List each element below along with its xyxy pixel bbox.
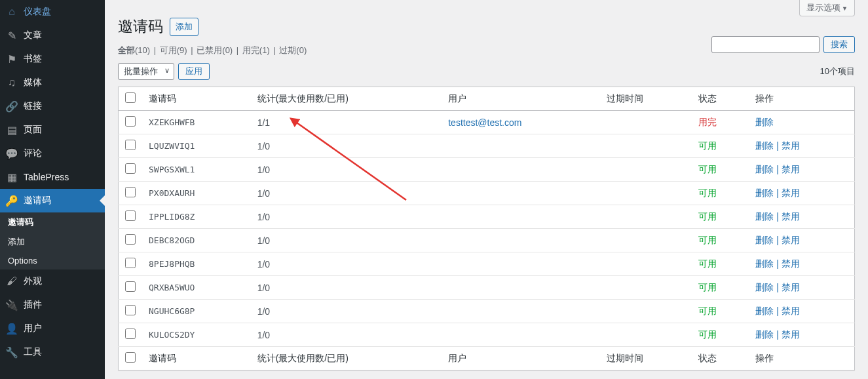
cell-code: NGUHC6G8P (142, 300, 251, 323)
cell-expire (600, 182, 691, 205)
action-delete[interactable]: 删除 (755, 258, 774, 269)
sidebar-item-label: 邀请码 (24, 195, 51, 207)
col-stats: 统计(最大使用数/已用) (251, 87, 442, 111)
cell-code: XZEKGHWFB (142, 111, 251, 134)
action-disable[interactable]: 禁用 (782, 188, 800, 198)
row-checkbox[interactable] (125, 281, 136, 292)
post-icon: ✎ (5, 29, 18, 42)
sidebar-item-label: 链接 (24, 100, 42, 112)
cell-expire (600, 276, 691, 300)
row-checkbox[interactable] (125, 305, 136, 315)
invite-codes-table: 邀请码 统计(最大使用数/已用) 用户 过期时间 状态 操作 XZEKGHWFB… (118, 87, 855, 370)
sidebar-item-tool[interactable]: 🔧工具 (0, 340, 105, 364)
cell-actions: 删除 | 禁用 (749, 134, 854, 158)
cell-code: LQUZWVIQ1 (142, 134, 251, 158)
row-checkbox[interactable] (125, 187, 136, 197)
action-delete[interactable]: 删除 (755, 140, 774, 151)
filter-expired[interactable]: 过期(0) (279, 45, 307, 55)
sidebar-item-bookmark[interactable]: ⚑书签 (0, 47, 105, 71)
sidebar-subitem[interactable]: 邀请码 (0, 212, 105, 232)
col-code[interactable]: 邀请码 (142, 87, 251, 111)
action-disable[interactable]: 禁用 (782, 258, 800, 269)
action-delete[interactable]: 删除 (755, 164, 774, 174)
sidebar-subitem[interactable]: Options (0, 252, 105, 269)
sidebar-item-media[interactable]: ♫媒体 (0, 71, 105, 94)
action-disable[interactable]: 禁用 (782, 164, 800, 174)
screen-options-toggle[interactable]: 显示选项 (799, 0, 855, 16)
cell-stats: 1/0 (251, 300, 442, 323)
row-checkbox[interactable] (125, 116, 136, 127)
col-status: 状态 (692, 87, 749, 111)
action-disable[interactable]: 禁用 (782, 306, 800, 316)
add-button[interactable]: 添加 (170, 18, 198, 36)
cell-status: 可用 (692, 205, 749, 229)
search-button[interactable]: 搜索 (823, 36, 855, 53)
page-icon: ▤ (5, 123, 18, 136)
cell-expire (600, 300, 691, 323)
action-disable[interactable]: 禁用 (782, 211, 800, 222)
table-row: IPPLIDG8Z 1/0 可用 删除 | 禁用 (119, 205, 855, 229)
action-disable[interactable]: 禁用 (782, 329, 800, 340)
sidebar-subitem[interactable]: 添加 (0, 232, 105, 252)
action-delete[interactable]: 删除 (755, 306, 774, 316)
search-input[interactable] (711, 36, 820, 53)
sidebar-item-post[interactable]: ✎文章 (0, 24, 105, 47)
apply-button[interactable]: 应用 (178, 63, 210, 80)
tool-icon: 🔧 (5, 346, 18, 359)
cell-expire (600, 111, 691, 134)
select-all-checkbox[interactable] (125, 92, 136, 103)
sidebar-item-key[interactable]: 🔑邀请码 (0, 189, 105, 212)
sidebar-item-link[interactable]: 🔗链接 (0, 94, 105, 118)
item-count: 10个项目 (820, 66, 855, 77)
cell-user (442, 276, 600, 300)
cell-status: 可用 (692, 182, 749, 205)
filter-all[interactable]: 全部 (118, 45, 135, 55)
sidebar-item-user[interactable]: 👤用户 (0, 317, 105, 340)
user-link[interactable]: testtest@test.com (448, 117, 521, 128)
table-row: QRXBA5WUO 1/0 可用 删除 | 禁用 (119, 276, 855, 300)
action-delete[interactable]: 删除 (755, 282, 774, 292)
cell-status: 可用 (692, 300, 749, 323)
row-checkbox[interactable] (125, 234, 136, 245)
cell-user (442, 229, 600, 252)
user-icon: 👤 (5, 322, 18, 335)
table-icon: ▦ (5, 170, 18, 184)
cell-actions: 删除 | 禁用 (749, 252, 854, 276)
bookmark-icon: ⚑ (5, 52, 18, 66)
select-all-checkbox-bottom[interactable] (125, 352, 136, 363)
filter-used[interactable]: 用完(1) (242, 45, 270, 55)
sidebar-item-appearance[interactable]: 🖌外观 (0, 269, 105, 293)
filter-disabled[interactable]: 已禁用(0) (197, 45, 233, 55)
table-row: NGUHC6G8P 1/0 可用 删除 | 禁用 (119, 300, 855, 323)
table-row: DEBC82OGD 1/0 可用 删除 | 禁用 (119, 229, 855, 252)
row-checkbox[interactable] (125, 210, 136, 221)
cell-stats: 1/0 (251, 205, 442, 229)
row-checkbox[interactable] (125, 140, 136, 150)
cell-actions: 删除 | 禁用 (749, 300, 854, 323)
row-checkbox[interactable] (125, 163, 136, 174)
action-delete[interactable]: 删除 (755, 235, 774, 245)
cell-status: 可用 (692, 229, 749, 252)
cell-stats: 1/0 (251, 182, 442, 205)
action-disable[interactable]: 禁用 (782, 235, 800, 245)
col-expire: 过期时间 (600, 87, 691, 111)
action-delete[interactable]: 删除 (755, 117, 774, 127)
sidebar-item-comment[interactable]: 💬评论 (0, 142, 105, 165)
cell-stats: 1/0 (251, 276, 442, 300)
action-delete[interactable]: 删除 (755, 329, 774, 340)
sidebar-item-plugin[interactable]: 🔌插件 (0, 293, 105, 317)
sidebar-item-dashboard[interactable]: ⌂仪表盘 (0, 0, 105, 24)
sidebar-item-label: 插件 (24, 299, 42, 311)
filter-available[interactable]: 可用(9) (160, 45, 187, 55)
sidebar-item-label: 书签 (24, 53, 42, 65)
action-delete[interactable]: 删除 (755, 211, 774, 222)
action-delete[interactable]: 删除 (755, 188, 774, 198)
bulk-action-select[interactable]: 批量操作 (118, 63, 174, 80)
row-checkbox[interactable] (125, 329, 136, 339)
action-disable[interactable]: 禁用 (782, 140, 800, 151)
cell-status: 可用 (692, 323, 749, 347)
row-checkbox[interactable] (125, 258, 136, 268)
sidebar-item-table[interactable]: ▦TablePress (0, 165, 105, 189)
sidebar-item-page[interactable]: ▤页面 (0, 118, 105, 142)
action-disable[interactable]: 禁用 (782, 282, 800, 292)
